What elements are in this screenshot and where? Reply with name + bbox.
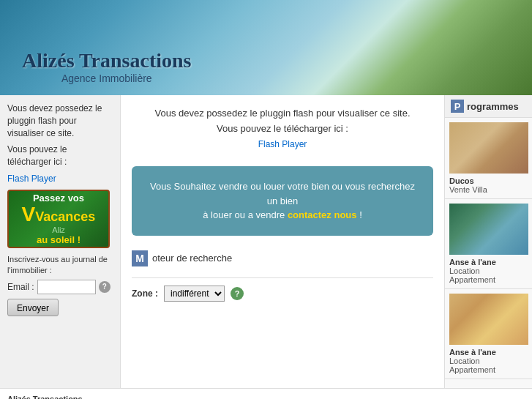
- programmes-header: P rogrammes: [445, 95, 532, 118]
- property-card-anse1[interactable]: Anse à l'ane Location Appartement: [445, 199, 532, 289]
- download-text-left: Vous pouvez le télécharger ici :: [7, 143, 113, 168]
- center-content: Vous devez possedez le pluggin flash pou…: [121, 95, 444, 388]
- journal-label: Inscrivez-vous au journal de l'immobilie…: [7, 254, 113, 277]
- right-sidebar: P rogrammes Ducos Vente Villa Anse à l'a…: [444, 95, 532, 388]
- teal-exclaim: !: [359, 209, 362, 220]
- teal-box: Vous Souhaitez vendre ou louer votre bie…: [132, 166, 433, 236]
- site-title: Alizés Transactions: [22, 49, 192, 72]
- flash-player-link-left[interactable]: Flash Player: [7, 174, 56, 184]
- property-type-ducos: Vente Villa: [449, 185, 528, 194]
- flash-notice-line2: Vous pouvez le télécharger ici :: [132, 122, 433, 137]
- flash-notice-left: Vous devez possedez le pluggin flash pou…: [7, 102, 113, 139]
- vacances-banner: Passez vos VVacances Aliz au soleil !: [7, 190, 110, 248]
- flash-player-link-center[interactable]: Flash Player: [258, 139, 307, 149]
- teal-text2: à louer ou a vendre: [203, 209, 285, 220]
- search-m-letter: M: [132, 250, 148, 266]
- property-image-anse2: [449, 294, 528, 345]
- property-image-anse1: [449, 204, 528, 255]
- search-label-box: M oteur de recherche: [132, 250, 232, 266]
- anse1-image: [449, 204, 528, 255]
- footer-company: Alizés Transactions: [7, 395, 525, 399]
- envoyer-button[interactable]: Envoyer: [7, 299, 59, 316]
- zone-label: Zone :: [132, 288, 158, 299]
- property-image-ducos: [449, 122, 528, 174]
- vacances-line4: au soleil !: [37, 234, 80, 245]
- property-name-anse2: Anse à l'ane: [449, 348, 528, 357]
- teal-text1: Vous Souhaitez vendre ou louer votre bie…: [150, 181, 415, 206]
- property-card-anse2[interactable]: Anse à l'ane Location Appartement: [445, 289, 532, 379]
- vacances-line2: VVacances: [22, 204, 96, 226]
- anse2-image: [449, 294, 528, 345]
- property-card-ducos[interactable]: Ducos Vente Villa: [445, 118, 532, 199]
- flash-notice-line1: Vous devez possedez le pluggin flash pou…: [132, 106, 433, 122]
- programmes-p-letter: P: [451, 100, 464, 113]
- contact-link[interactable]: contactez nous: [288, 209, 357, 220]
- footer-left: Alizés Transactions CC Cautheoil: [0, 388, 532, 399]
- property-type-anse2: Location Appartement: [449, 357, 528, 374]
- email-label: Email :: [7, 282, 34, 292]
- zone-select[interactable]: indifférent Nord Sud Est Ouest: [164, 286, 225, 302]
- header-overlay: Alizés Transactions Agence Immobilière: [22, 49, 192, 84]
- property-name-ducos: Ducos: [449, 176, 528, 185]
- ducos-image: [449, 122, 528, 174]
- journal-section: Inscrivez-vous au journal de l'immobilie…: [7, 254, 113, 316]
- email-row: Email : ?: [7, 280, 113, 294]
- programmes-title: rogrammes: [467, 101, 519, 112]
- vacances-line3: Aliz: [52, 225, 65, 234]
- property-type-anse1: Location Appartement: [449, 266, 528, 284]
- property-name-anse1: Anse à l'ane: [449, 258, 528, 266]
- site-subtitle: Agence Immobilière: [22, 72, 192, 84]
- zone-row: Zone : indifférent Nord Sud Est Ouest ?: [132, 277, 433, 302]
- vacances-line1: Passez vos: [33, 193, 84, 204]
- left-sidebar: Vous devez possedez le pluggin flash pou…: [0, 95, 121, 388]
- help-icon[interactable]: ?: [99, 281, 110, 293]
- email-input[interactable]: [37, 280, 96, 294]
- site-header: Alizés Transactions Agence Immobilière: [0, 0, 532, 95]
- search-section: M oteur de recherche: [132, 250, 433, 266]
- search-label: oteur de recherche: [152, 253, 232, 264]
- flash-notice-center: Vous devez possedez le pluggin flash pou…: [132, 106, 433, 152]
- zone-help-icon[interactable]: ?: [231, 287, 244, 300]
- main-layout: Vous devez possedez le pluggin flash pou…: [0, 95, 532, 388]
